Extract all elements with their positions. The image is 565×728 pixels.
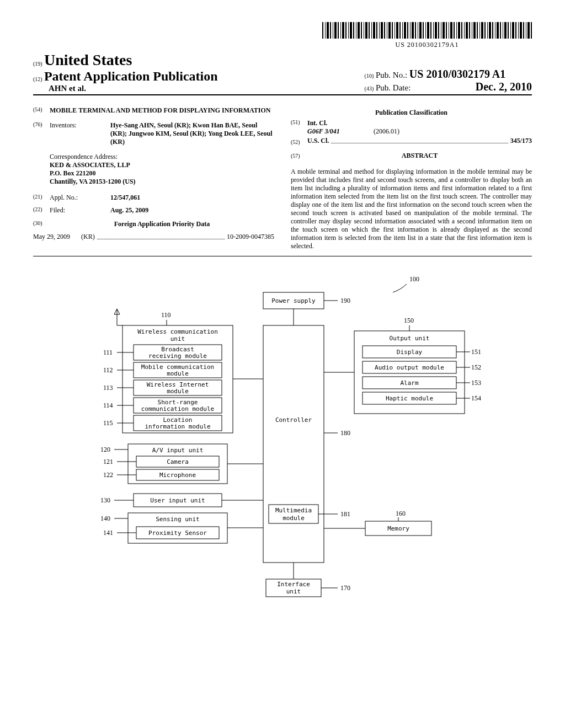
corr1: KED & ASSOCIATES, LLP — [50, 161, 130, 169]
n152: 152 — [471, 363, 481, 371]
n113: 113 — [103, 384, 113, 392]
foreign-hdr: Foreign Application Priority Data — [114, 220, 210, 228]
lbl-prox: Proximity Sensor — [148, 529, 207, 537]
lbl-mo2: module — [167, 370, 189, 377]
intcl-code: G06F 3/041 — [307, 127, 340, 135]
lbl-haptic: Haptic module — [386, 395, 433, 402]
inventors-label: Inventors: — [50, 121, 110, 146]
appl-no: 12/547,061 — [110, 194, 140, 201]
country: United States — [44, 51, 132, 68]
lbl-controller: Controller — [275, 416, 312, 424]
n76: (76) — [33, 121, 50, 146]
n120: 120 — [100, 446, 110, 453]
appl-label: Appl. No.: — [50, 194, 110, 202]
right-column: Publication Classification (51) Int. Cl.… — [291, 106, 532, 250]
dotted-leader-2 — [331, 143, 508, 143]
biblio-columns: (54) MOBILE TERMINAL AND METHOD FOR DISP… — [33, 106, 532, 256]
header-row: (19) United States (12) Patent Applicati… — [33, 51, 532, 95]
n140: 140 — [100, 515, 110, 522]
pubdate: Dec. 2, 2010 — [476, 81, 532, 93]
lbl-av: A/V input unit — [152, 447, 204, 454]
filed-date: Aug. 25, 2009 — [110, 206, 148, 214]
n122: 122 — [103, 471, 113, 479]
n121: 121 — [103, 458, 113, 465]
ref-100-arrow — [393, 284, 407, 292]
diagram-svg: 100 Power supply 190 Controller 180 Mult… — [84, 273, 481, 615]
foreign-no: 10-2009-0047385 — [227, 233, 274, 241]
filed-label: Filed: — [50, 206, 110, 215]
n154: 154 — [471, 394, 481, 402]
lbl-bc2: receiving module — [148, 352, 207, 360]
box-controller — [263, 325, 324, 563]
n12: (12) — [33, 76, 42, 82]
lbl-output: Output unit — [390, 335, 430, 342]
n153: 153 — [471, 379, 481, 387]
lbl-display: Display — [397, 349, 423, 356]
n54: (54) — [33, 106, 50, 115]
lbl-if1: Interface — [277, 581, 310, 588]
corr3: Chantilly, VA 20153-1200 (US) — [50, 178, 136, 185]
n150: 150 — [404, 317, 414, 324]
block-diagram: 100 Power supply 190 Controller 180 Mult… — [33, 273, 532, 615]
lbl-ui: User input unit — [150, 497, 205, 504]
foreign-date: May 29, 2009 — [33, 233, 70, 241]
uscl: 345/173 — [510, 137, 532, 145]
n30: (30) — [33, 220, 50, 228]
n181: 181 — [340, 510, 350, 518]
n112: 112 — [103, 366, 113, 374]
abstract-hdr: ABSTRACT — [307, 152, 532, 160]
correspondence-block: Correspondence Address: KED & ASSOCIATES… — [50, 153, 274, 186]
n111: 111 — [103, 349, 113, 356]
lbl-audio: Audio output module — [375, 364, 444, 371]
lbl-alarm: Alarm — [400, 379, 418, 387]
n22: (22) — [33, 206, 50, 215]
n110: 110 — [161, 311, 171, 319]
inventors-text: Hye-Sang AHN, Seoul (KR); Kwon Han BAE, … — [110, 121, 273, 146]
authors: AHN et al. — [49, 84, 86, 93]
dotted-leader — [97, 239, 225, 239]
intcl-label: Int. Cl. — [307, 119, 327, 127]
barcode-graphic — [322, 22, 532, 39]
pubno: US 2010/0302179 A1 — [409, 68, 505, 80]
abstract-text: A mobile terminal and method for display… — [291, 168, 532, 250]
pubdate-label: Pub. Date: — [376, 83, 411, 92]
n141: 141 — [103, 529, 113, 537]
lbl-sense: Sensing unit — [156, 516, 199, 523]
inventors: Hye-Sang AHN, Seoul (KR); Kwon Han BAE, … — [110, 121, 274, 146]
n190: 190 — [340, 297, 350, 304]
lbl-cam: Camera — [167, 458, 189, 465]
lbl-mm1: Multimedia — [275, 507, 312, 514]
n52: (52) — [291, 139, 307, 145]
n130: 130 — [100, 496, 110, 504]
pubno-label: Pub. No.: — [376, 71, 407, 79]
lbl-in2: module — [167, 388, 189, 395]
n114: 114 — [103, 402, 113, 409]
pubclass-hdr: Publication Classification — [291, 109, 532, 117]
barcode-text: US 20100302179A1 — [322, 41, 532, 49]
n180: 180 — [340, 429, 350, 437]
n10: (10) — [365, 73, 374, 79]
n19: (19) — [33, 61, 42, 67]
header-left: (19) United States (12) Patent Applicati… — [33, 51, 218, 93]
n21: (21) — [33, 194, 50, 202]
n160: 160 — [396, 510, 406, 517]
n151: 151 — [471, 348, 481, 356]
lbl-memory: Memory — [387, 525, 409, 532]
lbl-mic: Microphone — [159, 472, 196, 479]
n170: 170 — [340, 584, 350, 592]
n51: (51) — [291, 119, 307, 127]
pub-type: Patent Application Publication — [44, 69, 218, 83]
corr2: P.O. Box 221200 — [50, 169, 96, 177]
intcl-year: (2006.01) — [374, 127, 399, 136]
lbl-mm2: module — [282, 515, 305, 522]
lbl-wcu1: Wireless communication — [137, 328, 218, 335]
lbl-power: Power supply — [271, 297, 316, 304]
header-right: (10) Pub. No.: US 2010/0302179 A1 (43) P… — [365, 68, 532, 93]
corr-label: Correspondence Address: — [50, 153, 274, 161]
n43: (43) — [365, 85, 374, 92]
n115: 115 — [103, 419, 113, 427]
ref-100: 100 — [409, 275, 419, 283]
lbl-loc2: information module — [145, 423, 210, 430]
foreign-cc: (KR) — [81, 233, 95, 241]
lbl-sr2: communication module — [141, 405, 214, 413]
